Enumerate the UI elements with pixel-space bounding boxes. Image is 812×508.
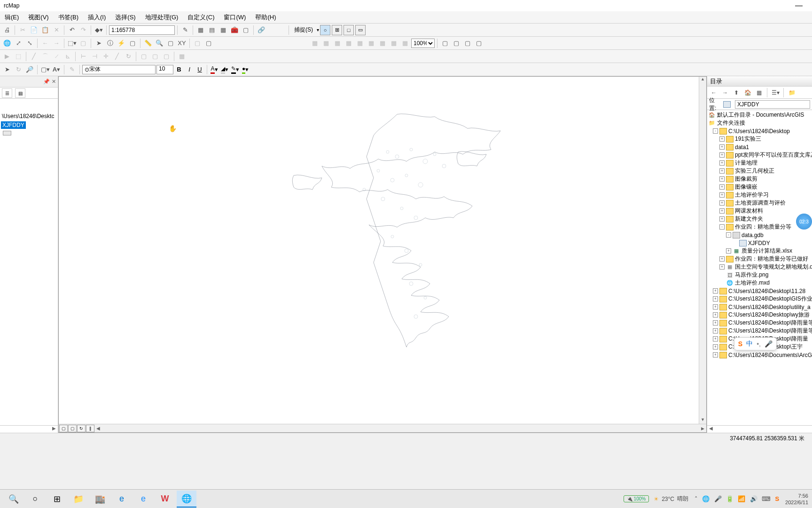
ie-button[interactable]: e	[133, 491, 153, 508]
arc-segment[interactable]: ⌒	[40, 51, 50, 62]
expand-icon[interactable]: -	[713, 128, 718, 134]
underline-button[interactable]: U	[195, 65, 204, 74]
reshape-tool[interactable]: ▢	[150, 51, 160, 62]
right-angle[interactable]: ⊾	[62, 51, 73, 62]
hyperlink-button[interactable]: ⚡	[116, 38, 126, 48]
toc-close-icon[interactable]: ✕	[52, 79, 56, 85]
timer-overlay[interactable]: 02:3	[796, 214, 812, 230]
select-features-button[interactable]: ⬚▾	[67, 38, 77, 48]
python-button[interactable]: ▢	[241, 25, 251, 35]
font-size-select[interactable]: 10	[156, 65, 173, 74]
map-vertical-scrollbar[interactable]: ▲▼	[699, 77, 706, 425]
menu-view[interactable]: 视图(V)	[23, 11, 53, 24]
toc-tree[interactable]: \Users\18246\Desktc XJFDDY	[0, 99, 58, 425]
toc-list-by-source[interactable]: ▤	[15, 88, 25, 98]
trace-tool[interactable]: ⟋	[51, 51, 62, 62]
redo-button[interactable]: ↷	[78, 25, 88, 35]
toc-list-by-drawing[interactable]: ☰	[2, 88, 12, 98]
create-viewer-button[interactable]: ▢	[203, 38, 214, 48]
new-rectangle[interactable]: ▢▾	[40, 64, 50, 75]
identify-button[interactable]: ⓘ	[105, 38, 115, 48]
menu-edit[interactable]: 辑(E)	[0, 11, 23, 24]
tray-ime-icon[interactable]: ⌨	[762, 495, 771, 502]
split-tool[interactable]: ▢	[161, 51, 172, 62]
cat-scroll-left[interactable]: ◀	[707, 426, 715, 433]
midpoint-tool[interactable]: ⊢	[78, 51, 88, 62]
layout-btn-3[interactable]: ▢	[462, 38, 473, 48]
delete-button[interactable]: ✕	[51, 25, 62, 35]
toc-pin-icon[interactable]: 📌	[43, 79, 50, 85]
weather-widget[interactable]: ☀ 23°C 晴朗	[654, 495, 688, 503]
prev-extent-button[interactable]: ←	[40, 38, 50, 48]
refresh-button[interactable]: ↻	[77, 425, 86, 432]
ime-lang-toggle[interactable]: 中	[746, 340, 753, 348]
snap-edge-button[interactable]: ▭	[355, 25, 366, 35]
arcmap-taskbar-button[interactable]: 🌐	[177, 491, 196, 508]
cat-list-button[interactable]: ☰▾	[771, 88, 780, 97]
marker-color-button[interactable]: ●▾	[241, 65, 250, 74]
font-name-select[interactable]: ⊙ 宋体	[82, 65, 156, 74]
find-route-button[interactable]: ▢	[165, 38, 176, 48]
location-input[interactable]	[735, 100, 810, 109]
toc-layer-selected[interactable]: XJFDDY	[1, 121, 26, 129]
next-extent-button[interactable]: →	[51, 38, 62, 48]
fill-color-button[interactable]: ◢▾	[220, 65, 229, 74]
fixed-zoomout-button[interactable]: ⤡	[24, 38, 35, 48]
undo-button[interactable]: ↶	[67, 25, 77, 35]
minimize-button[interactable]: —	[789, 1, 808, 10]
italic-button[interactable]: I	[185, 65, 194, 74]
tray-expand-icon[interactable]: ˄	[695, 495, 698, 502]
catalog-tree[interactable]: 🏠默认工作目录 - Documents\ArcGIS 📁文件夹连接 -C:\Us…	[707, 110, 812, 425]
goto-xy-button[interactable]: XY	[177, 38, 187, 48]
georef-btn-4[interactable]: ▦	[344, 38, 354, 48]
html-popup-button[interactable]: ▢	[127, 38, 138, 48]
font-color-button[interactable]: A▾	[210, 65, 219, 74]
menu-selection[interactable]: 选择(S)	[110, 11, 140, 24]
tray-power-icon[interactable]: 🔋	[726, 495, 734, 502]
snap-vertex-button[interactable]: □	[344, 25, 354, 35]
toc-dataframe[interactable]: \Users\18246\Desktc	[1, 112, 57, 120]
ime-voice-icon[interactable]: 🎤	[765, 340, 773, 348]
find-button[interactable]: 🔍	[154, 38, 164, 48]
line-color-button[interactable]: ✎▾	[230, 65, 240, 74]
cut-button[interactable]: ✂	[17, 25, 28, 35]
toc-layer-symbol[interactable]	[3, 131, 11, 135]
intersection-tool[interactable]: ✛	[101, 51, 111, 62]
edit-vertices[interactable]: ✎	[67, 64, 77, 75]
snap-end-button[interactable]: ⊞	[332, 25, 342, 35]
edge-button[interactable]: e	[112, 491, 132, 508]
pause-button[interactable]: ‖	[86, 425, 94, 432]
model-builder-button[interactable]: 🔗	[256, 25, 266, 35]
cat-connect-button[interactable]: 📁	[787, 88, 796, 97]
copy-button[interactable]: 📄	[29, 25, 39, 35]
toc-scroll-right[interactable]: ▶	[50, 426, 58, 433]
taskbar-clock[interactable]: 7:56 2022/6/11	[785, 492, 808, 506]
cat-fwd-button[interactable]: →	[720, 88, 730, 97]
endpt-tool[interactable]: ⊣	[89, 51, 100, 62]
wps-button[interactable]: W	[155, 491, 175, 508]
rotate-tool[interactable]: ↻	[123, 51, 133, 62]
menu-bookmarks[interactable]: 书签(B)	[54, 11, 83, 24]
full-extent-button[interactable]: 🌐	[2, 38, 12, 48]
cat-toggle-button[interactable]: ▦	[754, 88, 764, 97]
paste-button[interactable]: 📋	[40, 25, 50, 35]
menu-help[interactable]: 帮助(H)	[250, 11, 281, 24]
georef-btn-2[interactable]: ▦	[321, 38, 331, 48]
arctoolbox-button[interactable]: 🧰	[229, 25, 240, 35]
tray-volume-icon[interactable]: 🔊	[750, 495, 757, 502]
clear-selection-button[interactable]: ▢	[78, 38, 88, 48]
fixed-zoomin-button[interactable]: ⤢	[13, 38, 23, 48]
new-text[interactable]: A▾	[51, 64, 62, 75]
georef-btn-3[interactable]: ▦	[332, 38, 343, 48]
toc-button[interactable]: ▦	[195, 25, 206, 35]
map-scale-input[interactable]: 1:165778	[109, 25, 175, 35]
georef-btn-8[interactable]: ▦	[389, 38, 399, 48]
ime-toolbar[interactable]: S 中 •, 🎤	[734, 337, 777, 350]
georef-btn-9[interactable]: ▦	[400, 38, 410, 48]
battery-indicator[interactable]: 🔌 100%	[624, 495, 649, 502]
snap-point-button[interactable]: ○	[320, 25, 330, 35]
menu-insert[interactable]: 插入(I)	[83, 11, 110, 24]
georef-btn-1[interactable]: ▦	[310, 38, 320, 48]
menu-window[interactable]: 窗口(W)	[219, 11, 250, 24]
snapping-label[interactable]: 捕捉(S)	[291, 26, 316, 34]
